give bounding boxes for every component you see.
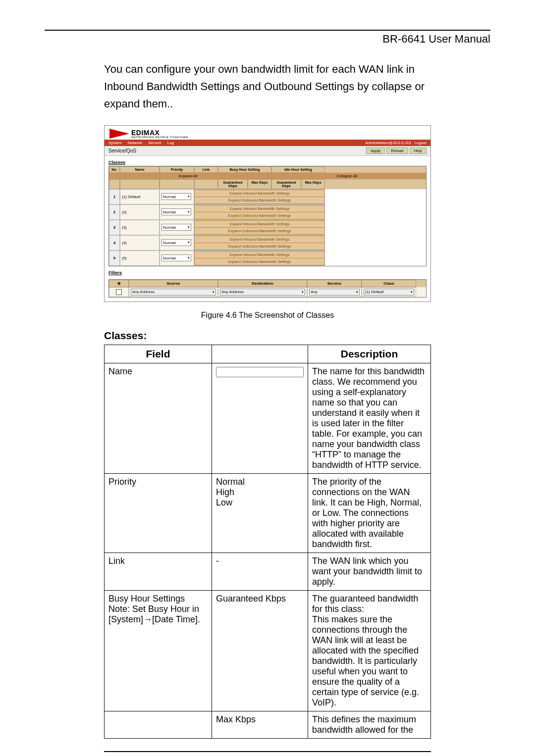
priority-select[interactable]: Normal [161, 239, 191, 246]
expand-all-button[interactable]: Expand All [109, 173, 268, 179]
flt-col-service: Service [307, 280, 362, 287]
desc-value: NormalHighLow [212, 473, 308, 553]
col-idle-mk: Max Kbps [301, 179, 325, 189]
class-row-name: (2) [120, 204, 160, 220]
col-idle: Idle Hour Setting [271, 166, 325, 173]
nav-user-label: Administrator@10.0.0.201 [365, 141, 411, 145]
filters-section-title: Filters [108, 270, 427, 275]
desc-th-value [212, 345, 308, 363]
desc-value: Max Kbps [212, 711, 308, 738]
flt-col-dest: Destination [218, 280, 307, 287]
nav-item-log[interactable]: Log [167, 141, 174, 145]
expand-outbound-link[interactable]: Expand Outbound Bandwidth Settings [194, 197, 325, 204]
priority-select[interactable]: Normal [161, 224, 191, 231]
desc-field: Name [105, 363, 212, 473]
expand-inbound-link[interactable]: Expand Inbound Bandwidth Settings [194, 190, 325, 197]
desc-field: Priority [105, 473, 212, 553]
top-nav: System Network Service Log Administrator… [105, 140, 430, 146]
col-idle-gk: Guaranteed Kbps [271, 179, 301, 189]
col-name: Name [120, 166, 160, 173]
doc-header-title: BR-6641 User Manual [45, 33, 490, 46]
class-row-name: (3) [120, 220, 160, 235]
desc-th-field: Field [105, 345, 212, 363]
expand-inbound-link[interactable]: Expand Inbound Bandwidth Settings [194, 251, 325, 258]
expand-inbound-link[interactable]: Expand Inbound Bandwidth Settings [194, 220, 325, 228]
class-row-name: (5) [120, 251, 160, 266]
desc-row: PriorityNormalHighLowThe priority of the… [105, 473, 431, 553]
class-row-no: 2 [109, 204, 120, 220]
class-row-no: 3 [109, 220, 120, 235]
expand-inbound-link[interactable]: Expand Inbound Bandwidth Settings [194, 236, 325, 243]
expand-outbound-link[interactable]: Expand Outbound Bandwidth Settings [194, 243, 325, 250]
reload-button[interactable]: Reload [386, 148, 408, 154]
desc-th-desc: Description [308, 345, 431, 363]
desc-value: Guaranteed Kbps [212, 590, 308, 711]
desc-text: The guaranteed bandwidth for this class:… [308, 590, 431, 711]
filter-dest-select[interactable]: Any Address [220, 289, 305, 296]
filter-class-select[interactable]: (1) Default [364, 289, 414, 296]
desc-field: Busy Hour SettingsNote: Set Busy Hour in… [105, 590, 212, 711]
desc-text: The name for this bandwidth class. We re… [308, 363, 431, 473]
brand-logo-icon [109, 129, 129, 139]
expand-outbound-link[interactable]: Expand Outbound Bandwidth Settings [194, 258, 325, 265]
qos-screenshot: EDIMAX NETWORKING PEOPLE TOGETHER System… [104, 125, 431, 302]
filter-row-checkbox[interactable] [116, 289, 122, 295]
class-row: 1(1) DefaultNormalExpand Inbound Bandwid… [109, 189, 426, 204]
flt-col-chk: ⊕ [109, 280, 129, 287]
filter-source-select[interactable]: Any Address [131, 289, 216, 296]
col-priority: Priority [160, 166, 194, 173]
desc-row: Max KbpsThis defines the maximum bandwid… [105, 711, 431, 738]
brand-tagline: NETWORKING PEOPLE TOGETHER [131, 136, 188, 139]
desc-row: NameThe name for this bandwidth class. W… [105, 363, 431, 473]
collapse-all-button[interactable]: Collapse All [268, 173, 427, 179]
intro-paragraph: You can configure your own bandwidth lim… [104, 60, 431, 113]
desc-text: The priority of the connections on the W… [308, 473, 431, 553]
class-row-name: (4) [120, 235, 160, 251]
nav-item-network[interactable]: Network [128, 141, 142, 145]
desc-row: Busy Hour SettingsNote: Set Busy Hour in… [105, 590, 431, 711]
desc-value: - [212, 553, 308, 590]
breadcrumb: Service/QoS [108, 148, 136, 153]
class-row-no: 1 [109, 189, 120, 204]
desc-field: Link [105, 553, 212, 590]
col-busy: Busy Hour Setting [218, 166, 271, 173]
expand-outbound-link[interactable]: Expand Outbound Bandwidth Settings [194, 228, 325, 235]
expand-outbound-link[interactable]: Expand Outbound Bandwidth Settings [194, 212, 325, 219]
desc-value [212, 363, 308, 473]
flt-col-source: Source [129, 280, 218, 287]
col-no: No. [109, 166, 120, 173]
class-row: 5(5)NormalExpand Inbound Bandwidth Setti… [109, 251, 426, 266]
priority-select[interactable]: Normal [161, 254, 191, 261]
desc-text: The WAN link which you want your bandwid… [308, 553, 431, 590]
priority-select[interactable]: Normal [161, 208, 191, 215]
nav-item-service[interactable]: Service [148, 141, 161, 145]
col-busy-gk: Guaranteed Kbps [218, 179, 248, 189]
desc-text: This defines the maximum bandwidth allow… [308, 711, 431, 738]
col-busy-mk: Max Kbps [248, 179, 271, 189]
col-link: Link [194, 166, 218, 173]
class-row: 4(4)NormalExpand Inbound Bandwidth Setti… [109, 235, 426, 251]
class-row-no: 5 [109, 251, 120, 266]
desc-row: Link-The WAN link which you want your ba… [105, 553, 431, 590]
description-table: Field Description NameThe name for this … [104, 345, 431, 739]
classes-section-title: Classes [108, 160, 427, 165]
class-row-name: (1) Default [120, 189, 160, 204]
desc-field [105, 711, 212, 738]
priority-select[interactable]: Normal [161, 193, 191, 200]
classes-heading: Classes: [104, 330, 431, 342]
expand-inbound-link[interactable]: Expand Inbound Bandwidth Settings [194, 205, 325, 212]
page-number: 63 [45, 754, 490, 756]
filter-service-select[interactable]: Any [309, 289, 360, 296]
figure-caption: Figure 4.6 The Screenshot of Classes [45, 311, 490, 320]
class-row: 2(2)NormalExpand Inbound Bandwidth Setti… [109, 204, 426, 220]
apply-button[interactable]: Apply [366, 148, 385, 154]
flt-col-class: Class [362, 280, 416, 287]
nav-item-system[interactable]: System [108, 141, 122, 145]
logout-link[interactable]: Logout [415, 141, 427, 145]
class-row-no: 4 [109, 235, 120, 251]
help-button[interactable]: Help [410, 148, 427, 154]
class-row: 3(3)NormalExpand Inbound Bandwidth Setti… [109, 220, 426, 235]
